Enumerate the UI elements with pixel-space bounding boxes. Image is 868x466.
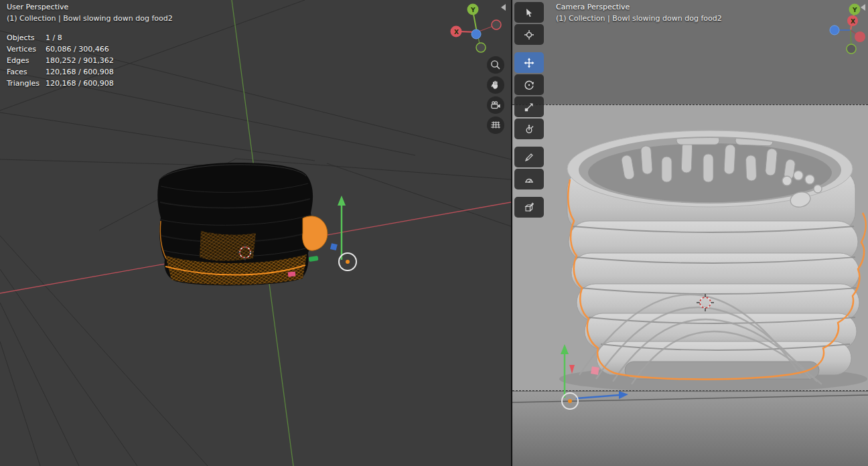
camera-icon [490,99,502,111]
blue-handle[interactable] [330,243,338,250]
grid-view-button[interactable] [487,116,504,134]
scene-statistics: Objects 1 / 8 Vertices 60,086 / 300,466 … [7,32,114,89]
axis-ball-y-label: Y [852,7,857,13]
selected-spout-part [303,216,328,250]
scale-tool[interactable] [514,96,544,117]
annotate-icon [524,152,534,163]
green-handle[interactable] [309,256,319,262]
tool-shelf [514,2,545,218]
grid-icon [490,119,502,131]
stat-row-triangles: Triangles 120,168 / 600,908 [7,78,114,89]
annotate-tool[interactable] [514,147,544,167]
cursor-icon [524,29,534,40]
axis-ball-z [472,29,481,39]
scale-icon [524,102,534,112]
view-axis-gizmo[interactable]: Y X [451,4,502,53]
transform-icon [524,124,534,135]
pink-handle[interactable] [288,271,296,277]
stat-row-edges: Edges 180,252 / 901,362 [7,55,114,66]
rotate-icon [524,80,534,90]
wireframe-bowl-model[interactable] [157,163,328,286]
stat-row-objects: Objects 1 / 8 [7,32,114,44]
right-collection-label: (1) Collection | Bowl slowing down dog f… [556,14,722,23]
left-perspective-label: User Perspective [7,3,68,11]
add-cube-icon [524,202,534,213]
left-viewport[interactable]: Y X User Perspective (1) Collection | Bo… [0,0,511,466]
move-icon [524,58,534,68]
stat-value: 1 / 8 [46,32,114,44]
zoom-view-button[interactable] [487,56,504,74]
stat-row-faces: Faces 120,168 / 600,908 [7,66,114,78]
blender-window: Y X User Perspective (1) Collection | Bo… [0,0,868,466]
axis-ball-y-label: Y [470,7,476,13]
camera-view-button[interactable] [487,96,504,114]
right-viewport[interactable]: Y X [512,0,868,466]
select-box-icon [524,7,534,18]
floor-grid-line [512,395,868,402]
axis-ball-x-label: X [454,29,459,35]
collapse-panel-arrow[interactable] [861,4,865,11]
measure-tool[interactable] [514,169,544,189]
axis-ball-y-neg [847,44,856,54]
measure-icon [524,174,534,185]
axis-ball-x-neg [492,20,501,29]
stat-value: 180,252 / 901,362 [46,55,114,66]
magnifier-icon [490,59,502,71]
left-collection-label: (1) Collection | Bowl slowing down dog f… [7,14,173,23]
axis-ball-y-neg [476,43,486,52]
stat-value: 120,168 / 600,908 [46,78,114,89]
stat-row-vertices: Vertices 60,086 / 300,466 [7,44,114,55]
stat-label: Objects [7,32,46,44]
stat-value: 60,086 / 300,466 [46,44,114,55]
shaded-bowl-model[interactable] [559,131,867,392]
add-cube-tool[interactable] [514,197,544,218]
right-scene: Y X [512,0,868,466]
select-box-tool[interactable] [514,2,544,23]
move-tool[interactable] [514,52,544,73]
stat-label: Edges [7,55,46,66]
collapse-panel-arrow[interactable] [501,4,506,11]
cursor-tool[interactable] [514,24,544,45]
pan-view-button[interactable] [487,76,504,94]
stat-value: 120,168 / 600,908 [46,66,114,78]
stat-label: Vertices [7,44,46,55]
transform-tool[interactable] [514,119,544,139]
axis-ball-z [830,25,839,35]
view-axis-gizmo[interactable]: Y X [830,4,865,54]
rotate-tool[interactable] [514,74,544,95]
axis-ball-x-label: X [851,18,855,25]
stat-label: Triangles [7,78,46,89]
stat-label: Faces [7,66,46,78]
hand-icon [490,79,502,91]
axis-ball-x-neg [855,31,865,42]
right-perspective-label: Camera Perspective [556,3,630,11]
